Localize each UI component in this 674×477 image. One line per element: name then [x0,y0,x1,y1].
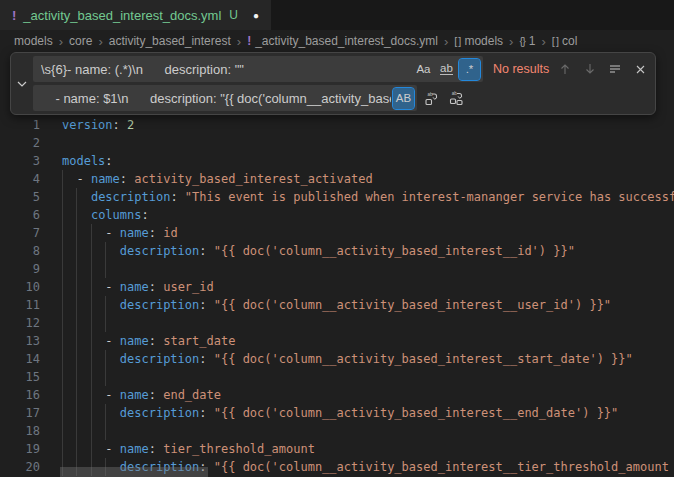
line-number: 18 [0,422,40,440]
line-content [62,260,674,278]
find-input[interactable]: \s{6}- name: (.*)\n description: "" Aa a… [33,56,483,82]
breadcrumb-separator-icon: › [98,34,102,49]
replace-all-button[interactable]: ab [445,87,467,109]
find-widget: \s{6}- name: (.*)\n description: "" Aa a… [10,52,656,115]
whole-word-button[interactable]: ab [436,59,457,80]
code-line[interactable]: 5 description: "This event is published … [0,188,674,206]
indent-guide [62,242,63,260]
find-in-selection-button[interactable] [604,58,626,80]
code-area[interactable]: 1version: 223models:4 - name: activity_b… [0,116,674,476]
code-line[interactable]: 9 [0,260,674,278]
indent-guide [91,278,92,296]
regex-button[interactable]: .* [459,59,480,80]
breadcrumb-item[interactable]: !_activity_based_interest_docs.yml [247,34,438,48]
line-number: 9 [0,260,40,278]
indent-guide [76,386,77,404]
next-match-button[interactable] [579,58,601,80]
indent-guide [91,440,92,458]
replace-input[interactable]: - name: $1\n description: "{{ doc('colum… [33,85,417,111]
line-content [62,368,674,386]
close-button[interactable] [629,58,651,80]
code-line[interactable]: 18 [0,422,674,440]
code-line[interactable]: 17 description: "{{ doc('column__activit… [0,404,674,422]
line-content: - name: end_date [62,386,674,404]
horizontal-scrollbar-thumb[interactable] [60,467,208,477]
breadcrumb-label: _activity_based_interest_docs.yml [255,34,438,48]
line-number: 4 [0,170,40,188]
code-line[interactable]: 19 - name: tier_threshold_amount [0,440,674,458]
indent-guide [76,188,77,206]
indent-guide [91,422,92,440]
code-line[interactable]: 6 columns: [0,206,674,224]
indent-guide [91,350,92,368]
match-case-button[interactable]: Aa [413,59,434,80]
code-line[interactable]: 13 - name: start_date [0,332,674,350]
breadcrumb-item[interactable]: [ ]models [454,34,503,48]
line-number: 5 [0,188,40,206]
indent-guide [62,278,63,296]
code-line[interactable]: 11 description: "{{ doc('column__activit… [0,296,674,314]
code-line[interactable]: 10 - name: user_id [0,278,674,296]
indent-guide [62,422,63,440]
breadcrumb-item[interactable]: core [69,34,92,48]
code-line[interactable]: 12 [0,314,674,332]
code-line[interactable]: 2 [0,134,674,152]
results-count: No results [493,62,549,76]
breadcrumb-item[interactable]: {}1 [519,34,535,48]
code-line[interactable]: 16 - name: end_date [0,386,674,404]
breadcrumb-item[interactable]: models [14,34,53,48]
indent-guide [105,422,106,440]
line-content [62,134,674,152]
indent-guide [62,440,63,458]
breadcrumb-item[interactable]: [ ]col [552,34,578,48]
indent-guide [76,368,77,386]
code-line[interactable]: 4 - name: activity_based_interest_activa… [0,170,674,188]
breadcrumb-item[interactable]: activity_based_interest [109,34,231,48]
breadcrumb-label: models [464,34,503,48]
line-number: 1 [0,116,40,134]
breadcrumb-label: models [14,34,53,48]
indent-guide [62,188,63,206]
indent-guide [91,368,92,386]
toggle-replace-chevron-icon[interactable] [11,56,33,111]
line-content: description: "{{ doc('column__activity_b… [62,242,674,260]
breadcrumb: models›core›activity_based_interest›!_ac… [0,30,674,52]
preserve-case-button[interactable]: AB [393,88,414,109]
indent-guide [62,206,63,224]
breadcrumb-label: activity_based_interest [109,34,231,48]
line-number: 3 [0,152,40,170]
code-line[interactable]: 1version: 2 [0,116,674,134]
indent-guide [91,332,92,350]
code-line[interactable]: 8 description: "{{ doc('column__activity… [0,242,674,260]
line-content: description: "{{ doc('column__activity_b… [62,350,674,368]
breadcrumb-label: 1 [529,34,536,48]
indent-guide [62,368,63,386]
indent-guide [62,314,63,332]
code-line[interactable]: 15 [0,368,674,386]
modified-dot-icon[interactable]: ● [253,10,259,21]
line-content: - name: tier_threshold_amount [62,440,674,458]
code-line[interactable]: 3models: [0,152,674,170]
line-number: 8 [0,242,40,260]
indent-guide [91,296,92,314]
replace-button[interactable]: ab [420,87,442,109]
line-content: - name: start_date [62,332,674,350]
indent-guide [105,350,106,368]
editor[interactable]: 1version: 223models:4 - name: activity_b… [0,52,674,477]
indent-guide [76,350,77,368]
indent-guide [76,440,77,458]
line-number: 14 [0,350,40,368]
indent-guide [105,314,106,332]
line-content: - name: id [62,224,674,242]
code-line[interactable]: 7 - name: id [0,224,674,242]
previous-match-button[interactable] [554,58,576,80]
tab-active[interactable]: ! _activity_based_interest_docs.yml U ● [0,0,271,30]
line-content: - name: activity_based_interest_activate… [62,170,674,188]
yaml-icon: ! [247,34,251,48]
indent-guide [62,332,63,350]
indent-guide [62,224,63,242]
code-line[interactable]: 14 description: "{{ doc('column__activit… [0,350,674,368]
line-number: 16 [0,386,40,404]
indent-guide [76,332,77,350]
line-content: models: [62,152,674,170]
